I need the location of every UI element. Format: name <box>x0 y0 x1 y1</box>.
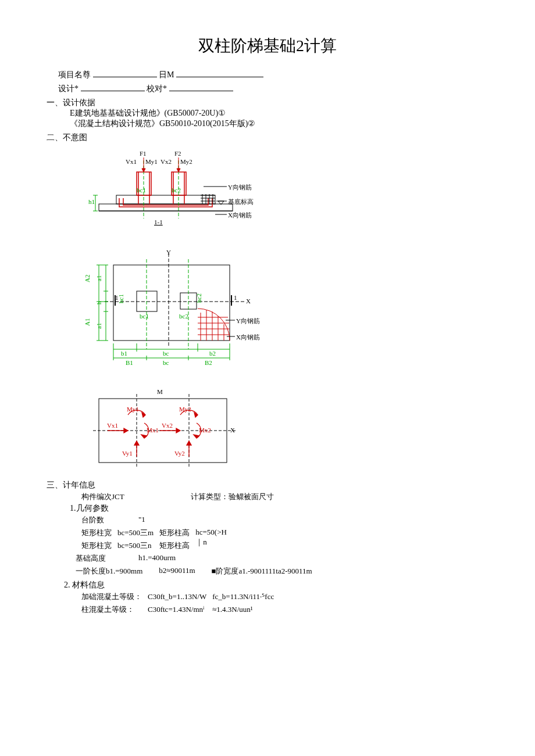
label-vx1t: Vx1 <box>126 158 137 165</box>
label-bc1: bc1 <box>137 187 146 194</box>
label-x-axis: X <box>246 298 251 304</box>
check-blank <box>169 83 233 91</box>
label-my1: My1 <box>145 158 158 165</box>
bc-value-1: bc=500三m <box>117 526 159 539</box>
diagram-forces: M My1 My2 Mx1 Mx2 Vx1 Vx2 Vy1 Vy2 X <box>81 387 488 474</box>
label-y-rebar: Y向钢筋 <box>228 184 252 191</box>
label-mx1: Mx1 <box>147 427 159 433</box>
calc-type-label: 计算类型： <box>191 492 229 501</box>
calc-type-value: 验鳏被面尺寸 <box>229 492 274 501</box>
material-table: 加础混凝土等级： C30ft_b=1..13N/W fc_b=11.3N/i11… <box>81 590 280 616</box>
project-blank <box>93 69 157 77</box>
steps-label: 台阶数 <box>81 514 122 526</box>
label-big-b2: B2 <box>205 359 212 366</box>
project-line: 项目名尊 日M <box>58 69 488 80</box>
diagram-plan: Y X 1 1 A2 A1 a1 a1 h hc1 hc2 bc1 bc2 b1… <box>81 248 488 375</box>
label-my2b: My2 <box>179 406 191 413</box>
date-blank <box>176 69 263 77</box>
label-b2: b2 <box>209 350 216 357</box>
label-mx2: Mx2 <box>199 427 211 433</box>
label-one-r: 1 <box>234 294 237 301</box>
label-section-11: 1-1 <box>154 218 163 225</box>
label-y-axis: Y <box>166 249 171 256</box>
label-h: h <box>95 301 102 304</box>
label-vx2t: Vx2 <box>160 158 172 165</box>
calc-type: 计算类型：验鳏被面尺寸 <box>191 490 274 503</box>
label-y-rebar2: Y向钢筋 <box>236 317 260 324</box>
base-h-value: h1.=400urm <box>138 552 176 565</box>
label-m: M <box>157 388 163 395</box>
basis-line-2: 《混凝土结构设计规范》GB50010-2010(2015年版)② <box>70 119 488 129</box>
section-2-heading: 二、不意图 <box>47 132 488 143</box>
hc-value-1: hc=50(>H <box>195 528 227 536</box>
date-label: 日M <box>159 70 174 79</box>
label-my2: My2 <box>180 158 192 165</box>
basis-line-1: E建筑地基基础设计规他》(GB50007-20U)① <box>70 108 488 119</box>
svg-marker-74 <box>176 428 180 433</box>
geom-heading: 1.几何参数 <box>70 503 488 514</box>
svg-rect-1 <box>116 195 215 204</box>
check-label: 校对* <box>147 84 167 93</box>
label-f1: F1 <box>140 150 147 157</box>
label-vy1: Vy1 <box>122 450 133 457</box>
label-bc2: bc2 <box>172 187 181 194</box>
svg-marker-72 <box>124 428 128 433</box>
label-hc1: hc1 <box>117 294 124 303</box>
base-h-label: 基础高度 <box>76 552 122 565</box>
material-heading: 2. 材料信息 <box>64 580 488 590</box>
section-3-heading: 三、计年信息 <box>47 480 488 490</box>
svg-marker-76 <box>134 441 139 445</box>
rect-h-label-1: 矩形柱高 <box>159 526 195 539</box>
b2-value: b2≈90011m <box>159 565 195 578</box>
component-id: 构件编次JCT <box>81 490 174 503</box>
svg-marker-13 <box>177 169 180 172</box>
svg-marker-11 <box>142 169 145 172</box>
hc-suffix: ｜n <box>195 538 207 546</box>
label-bc: bc <box>163 350 169 357</box>
section-3: 三、计年信息 构件编次JCT 计算类型：验鳏被面尺寸 1.几何参数 台阶数 "1… <box>47 480 488 616</box>
svg-marker-69 <box>141 435 147 438</box>
label-base-elev: 基底标高 <box>228 198 254 205</box>
label-h1: h1 <box>88 198 95 205</box>
geom-table: 矩形柱宽 bc=500三m 矩形柱高 hc=50(>H ｜n 矩形柱宽 bc=5… <box>81 526 233 552</box>
label-b1: b1 <box>121 350 127 357</box>
svg-marker-70 <box>194 435 199 438</box>
label-a1t: a1 <box>95 275 102 281</box>
label-vx1: Vx1 <box>107 422 118 429</box>
section-1-heading: 一、设计依据 <box>47 98 488 108</box>
rect-w-label-1: 矩形柱宽 <box>81 526 117 539</box>
label-my1b: My1 <box>127 406 139 413</box>
label-bc2b: bc <box>163 359 169 366</box>
design-label: 设计* <box>58 84 79 93</box>
label-big-b1: B1 <box>126 359 133 366</box>
label-a1: A1 <box>84 318 91 326</box>
step-width: ■阶宽度a1.-9001111ta2-90011m <box>212 565 312 578</box>
label-bc2-p: bc2 <box>179 313 188 320</box>
col-conc-label: 柱混凝土等级： <box>81 603 148 616</box>
rect-w-label-2: 矩形柱宽 <box>81 539 117 552</box>
found-conc-v1: C30ft_b=1..13N/W <box>148 590 212 603</box>
step-len-label: 一阶长度b1.=900mm <box>76 565 142 578</box>
label-a2: A2 <box>84 275 91 282</box>
section-1: 一、设计依据 E建筑地基基础设计规他》(GB50007-20U)① 《混凝土结构… <box>47 98 488 129</box>
section-2: 二、不意图 <box>47 132 488 474</box>
label-xb: X <box>230 427 235 433</box>
label-vx2: Vx2 <box>162 422 173 429</box>
found-conc-v2: fc_b=11.3N/i11·⁵fcc <box>212 590 280 603</box>
design-blank <box>81 83 145 91</box>
bc-value-2: bc=500三n <box>117 539 159 552</box>
label-hc2: hc2 <box>195 293 202 303</box>
label-x-rebar: X向钢筋 <box>228 212 252 218</box>
label-bc1-p: bc1 <box>140 313 149 320</box>
designer-line: 设计* 校对* <box>58 83 488 94</box>
col-conc-v2: ≈1.4.3N/uun¹ <box>212 603 280 616</box>
label-x-rebar2: X向钢筋 <box>236 334 260 341</box>
diagram-section: F1 F2 Vx1 My1 Vx2 My2 bc1 bc2 h1 Y向钢筋 基底… <box>81 149 488 242</box>
steps-value: "1 <box>138 514 145 526</box>
label-f2: F2 <box>174 150 181 157</box>
found-conc-label: 加础混凝土等级： <box>81 590 148 603</box>
svg-marker-78 <box>187 441 191 445</box>
rect-h-label-2: 矩形柱高 <box>159 539 195 552</box>
col-conc-v1: C30ftc=1.43N/mnⁱ <box>148 603 212 616</box>
label-vy2: Vy2 <box>174 450 185 457</box>
